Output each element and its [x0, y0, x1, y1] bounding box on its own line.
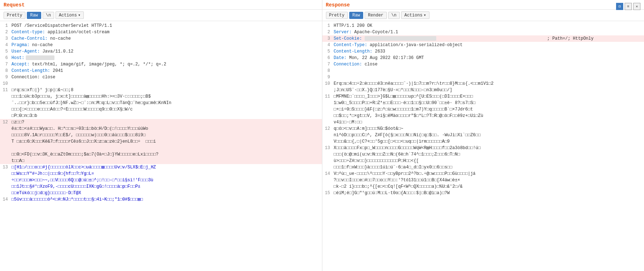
table-row: 6Date: Mon, 22 Aug 2022 02:17:36 GMT — [322, 55, 644, 61]
line-number: 7 — [324, 61, 334, 68]
table-row: 13X□□□à□□□□Fx□p□_W□□□□n□□□□G□□□□□WqW<R▤H… — [322, 145, 644, 171]
table-row: 9 — [322, 74, 644, 80]
line-content: Accept: text/html, image/gif, image/jpeg… — [11, 61, 321, 68]
close-button[interactable]: ✕ — [633, 3, 640, 10]
header-value: close — [362, 62, 378, 67]
line-content: User-Agent: Java/11.0.12 — [11, 48, 321, 55]
line-number: 4 — [1, 42, 11, 48]
line-number: 11 — [324, 93, 334, 125]
request-newline-btn[interactable]: \n — [43, 12, 54, 19]
view-controls: ⊟ ≡ ✕ — [616, 3, 640, 10]
header-value: no-cache — [29, 43, 53, 48]
line-number: 15 — [324, 190, 334, 196]
header-key: Content-type: — [11, 30, 45, 35]
response-newline-btn[interactable]: \n — [388, 12, 400, 19]
request-raw-btn[interactable]: Raw — [27, 12, 41, 19]
line-number: 6 — [324, 55, 334, 61]
header-value: application/octet-stream — [45, 30, 110, 35]
response-content: 1HTTP/1.1 200 OK2Server: Apache-Coyote/1… — [322, 21, 644, 271]
header-value: Apache-Coyote/1.1 — [352, 30, 398, 35]
response-title: Response — [326, 2, 350, 8]
response-raw-btn[interactable]: Raw — [349, 12, 364, 19]
line-number: 5 — [1, 48, 11, 55]
request-pretty-btn[interactable]: Pretty — [4, 12, 25, 19]
header-value: no-cache — [48, 36, 71, 41]
line-number: 9 — [1, 74, 11, 80]
line-content: Content-Type: application/x-java-seriali… — [334, 42, 643, 48]
line-content — [334, 68, 643, 74]
split-view-button[interactable]: ⊟ — [616, 3, 623, 10]
line-content: HTTP/1.1 200 OK — [334, 23, 643, 29]
line-content: Cache-Control: no-cache — [11, 35, 321, 42]
request-title: Request — [4, 2, 25, 8]
line-content: □5üv□□□à□□□□□□ò^<□#□NJ□*□□□□t□□§□4ì~K□□;… — [11, 196, 321, 203]
header-key: Cache-Control: — [11, 36, 48, 41]
response-pretty-btn[interactable]: Pretty — [326, 12, 348, 19]
line-content: Erq□s□4□□÷2□è□□□□ê3□nêa□□□□¨·)|1□7□□m?r□… — [334, 80, 643, 93]
line-number: 13 — [324, 145, 334, 171]
response-header: Response — [322, 0, 644, 10]
line-content: POST /ServiceDispatcherServlet HTTP/1.1 — [11, 23, 321, 29]
table-row: 8Content-Length: 2041 — [0, 68, 322, 74]
header-value: application/x-java-serialized-object — [367, 43, 462, 48]
line-number: 14 — [1, 196, 11, 203]
header-value: ; Path=/; HttpOnly — [362, 36, 593, 41]
table-row: 14V□^ù□_ue·□□□□\^□□□□Y·□□yBpr□□2^?b□.÷@□… — [322, 171, 644, 190]
table-row: 3Cache-Control: no-cache — [0, 35, 322, 42]
table-row: 2Content-type: application/octet-stream — [0, 29, 322, 35]
table-row: 14□5üv□□□à□□□□□□ò^<□#□NJ□*□□□□t□□§□4ì~K□… — [0, 196, 322, 203]
header-value: text/html, image/gif, image/jpeg, *; q=.… — [29, 62, 166, 67]
table-row: 4Content-Type: application/x-java-serial… — [322, 42, 644, 48]
line-content: V□^ù□_ue·□□□□\^□□□□Y·□□yBpr□□2^?b□.÷@□w□… — [334, 171, 643, 190]
response-panel: Response Pretty Raw Render \n Actions ▾ … — [322, 0, 644, 271]
request-actions-btn[interactable]: Actions ▾ — [56, 11, 84, 19]
request-header: Request — [0, 0, 322, 10]
request-content: 1POST /ServiceDispatcherServlet HTTP/1.1… — [0, 21, 322, 271]
line-number: 3 — [324, 35, 334, 42]
table-row: 3Set-Cookie: ; Path=/; HttpOnly — [322, 35, 644, 42]
line-number: 12 — [324, 125, 334, 145]
response-render-btn[interactable]: Render — [365, 12, 386, 19]
table-row: 8 — [322, 68, 644, 74]
header-key: Host: — [11, 55, 24, 60]
request-panel: Request Pretty Raw \n Actions ▾ 1POST /S… — [0, 0, 322, 271]
header-key: Content-Type: — [334, 43, 367, 48]
line-number: 1 — [324, 23, 334, 29]
header-value: Mon, 22 Aug 2022 02:17:36 GMT — [347, 55, 424, 60]
line-number: 12 — [1, 119, 11, 164]
request-toolbar: Pretty Raw \n Actions ▾ — [0, 10, 322, 21]
table-row: 1POST /ServiceDispatcherServlet HTTP/1.1 — [0, 23, 322, 29]
line-number: 11 — [1, 87, 11, 119]
table-row: 1HTTP/1.1 200 OK — [322, 23, 644, 29]
rows-view-button[interactable]: ≡ — [625, 3, 632, 10]
line-content — [11, 80, 321, 87]
line-content: Server: Apache-Coyote/1.1 — [334, 29, 643, 35]
main-layout: ⊟ ≡ ✕ Request Pretty Raw \n Actions ▾ 1P… — [0, 0, 644, 271]
header-key: Content-Length: — [334, 49, 373, 54]
header-key: User-Agent: — [11, 49, 40, 54]
line-number: 7 — [1, 61, 11, 68]
table-row: 13□[H1□/□□□o□□#j{□□□□□□òlX□□c>□uá□□□□▤□□… — [0, 164, 322, 196]
table-row: 11□MFMNE□`□□□□_I□□□>]G$L□▤□□□□□up□^[U□ES… — [322, 93, 644, 125]
table-row: 10Erq□s□4□□÷2□è□□□□ê3□nêa□□□□¨·)|1□7□□m?… — [322, 80, 644, 93]
response-actions-btn[interactable]: Actions ▾ — [401, 11, 429, 19]
table-row: 11□rq□s□xf□|}° j□p|□&~□□;8 □□□1□úk□b3p□□… — [0, 87, 322, 119]
line-number: 6 — [1, 55, 11, 61]
line-content: □MFMNE□`□□□□_I□□□>]G$L□▤□□□□□up□^[U□ES□□… — [334, 93, 643, 125]
table-row: 4Pragma: no-cache — [0, 42, 322, 48]
header-value: 2633 — [373, 49, 385, 54]
line-number: 8 — [1, 68, 11, 74]
table-row: 5User-Agent: Java/11.0.12 — [0, 48, 322, 55]
line-content: Content-type: application/octet-stream — [11, 29, 321, 35]
table-row: 15□éíM;é□]G□"°g□□ú:M□□L·t0o□{A□□□:$|□B□@… — [322, 190, 644, 196]
line-number: 1 — [1, 23, 11, 29]
line-number: 9 — [324, 74, 334, 80]
line-content: □rq□s□xf□|}° j□p|□&~□□;8 □□□1□úk□b3p□□□u… — [11, 87, 321, 119]
header-key: Date: — [334, 55, 347, 60]
line-content: Set-Cookie: ; Path=/; HttpOnly — [334, 35, 643, 42]
line-number: 8 — [324, 68, 334, 74]
header-key: Content-Length: — [11, 68, 50, 73]
line-number: 5 — [324, 48, 334, 55]
line-number: 3 — [1, 35, 11, 42]
table-row: 6Host: — [0, 55, 322, 61]
